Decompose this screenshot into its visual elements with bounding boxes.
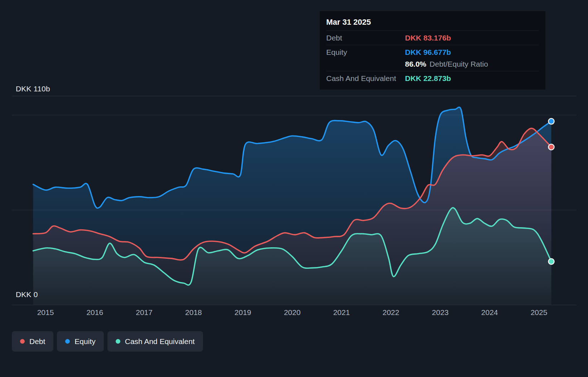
chart-tooltip: Mar 31 2025 Debt DKK 83.176b Equity DKK … [319, 11, 546, 90]
legend-cash-label: Cash And Equivalent [125, 337, 195, 346]
debt-legend-dot-icon [20, 339, 25, 344]
cash-legend-dot-icon [116, 339, 120, 344]
tooltip-row-equity: Equity DKK 96.677b [326, 45, 539, 59]
cash-endpoint-marker [549, 259, 554, 264]
debt-equity-history-page: 2015201620172018201920202021202220232024… [0, 0, 588, 377]
x-tick-label: 2019 [235, 308, 251, 316]
tooltip-ratio: 86.0%Debt/Equity Ratio [405, 59, 488, 69]
x-tick-label: 2021 [333, 308, 350, 316]
x-tick-label: 2020 [284, 308, 301, 316]
x-tick-label: 2024 [481, 308, 498, 316]
tooltip-ratio-value: 86.0% [405, 60, 426, 68]
debt-endpoint-marker [549, 144, 554, 150]
tooltip-row-debt: Debt DKK 83.176b [326, 30, 539, 45]
equity-endpoint-marker [549, 119, 554, 124]
legend-equity-label: Equity [74, 337, 95, 346]
tooltip-equity-label: Equity [326, 47, 405, 57]
chart-legend: Debt Equity Cash And Equivalent [12, 331, 203, 352]
tooltip-debt-value: DKK 83.176b [405, 33, 451, 43]
x-tick-label: 2025 [531, 308, 548, 316]
legend-item-equity[interactable]: Equity [57, 331, 103, 352]
x-tick-label: 2022 [382, 308, 399, 316]
legend-item-cash[interactable]: Cash And Equivalent [107, 331, 203, 352]
tooltip-cash-label: Cash And Equivalent [326, 73, 405, 83]
x-tick-label: 2015 [37, 308, 54, 316]
x-tick-label: 2018 [185, 308, 202, 316]
tooltip-date: Mar 31 2025 [326, 15, 539, 30]
tooltip-equity-value: DKK 96.677b [405, 47, 451, 57]
tooltip-debt-label: Debt [326, 33, 405, 43]
tooltip-row-ratio: 86.0%Debt/Equity Ratio [326, 59, 539, 71]
tooltip-ratio-label: Debt/Equity Ratio [430, 60, 488, 68]
y-axis-label-zero: DKK 0 [16, 290, 38, 299]
x-tick-label: 2023 [432, 308, 449, 316]
tooltip-row-cash: Cash And Equivalent DKK 22.873b [326, 71, 539, 85]
tooltip-cash-value: DKK 22.873b [405, 73, 451, 83]
equity-legend-dot-icon [65, 339, 70, 344]
x-tick-label: 2017 [136, 308, 153, 316]
x-tick-label: 2016 [86, 308, 103, 316]
legend-item-debt[interactable]: Debt [12, 331, 53, 352]
y-axis-label-max: DKK 110b [16, 85, 50, 93]
legend-debt-label: Debt [29, 337, 45, 346]
